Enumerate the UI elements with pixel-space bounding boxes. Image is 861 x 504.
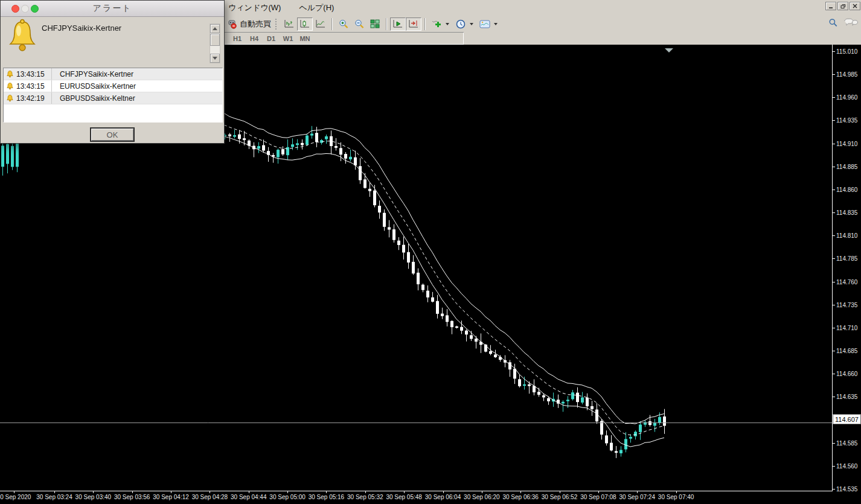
chat-icon[interactable] (843, 18, 861, 28)
close-traffic-light[interactable] (11, 5, 19, 13)
zoom-traffic-light[interactable] (31, 5, 39, 13)
tf-button-h1[interactable]: H1 (230, 35, 245, 42)
scrollbar-thumb[interactable] (210, 34, 220, 46)
chart-shift-marker-icon[interactable] (665, 48, 673, 53)
alert-message: EURUSDSaikix-Kertner (52, 82, 136, 91)
price-axis-tick (832, 51, 835, 52)
close-icon (853, 4, 857, 8)
toolbar-grip[interactable] (275, 19, 279, 30)
tile-windows-icon (370, 19, 380, 28)
price-axis-tick (832, 489, 835, 490)
tf-button-d1[interactable]: D1 (264, 35, 278, 42)
chevron-down-icon[interactable] (470, 23, 473, 25)
time-axis-tick (171, 491, 171, 493)
alert-dialog: アラート CHFJPYSaikix-Kertner 13:43:15 (0, 0, 225, 144)
time-axis-tick (443, 491, 444, 493)
price-axis-label: 114.560 (836, 463, 857, 470)
chevron-down-icon[interactable] (494, 23, 498, 25)
alert-dialog-titlebar[interactable]: アラート (1, 1, 224, 17)
chart-shift-button[interactable] (406, 18, 421, 31)
templates-button[interactable] (477, 18, 500, 31)
tf-button-w1[interactable]: W1 (281, 35, 295, 42)
close-button[interactable] (850, 2, 860, 10)
scroll-down-button[interactable] (210, 54, 220, 63)
minimize-traffic-light[interactable] (21, 5, 29, 13)
zoom-out-button[interactable] (351, 18, 367, 31)
time-axis-tick (520, 491, 521, 493)
price-axis-label: 114.960 (836, 94, 857, 101)
arrow-down-icon (213, 57, 217, 60)
price-axis-label: 114.660 (836, 371, 857, 377)
alert-time: 13:43:15 (16, 70, 45, 78)
mt4-application-window: ウィンドウ(W) ヘルプ(H) 自動売買 (0, 0, 861, 504)
price-axis-tick (832, 443, 835, 444)
time-axis-label: 30 Sep 03:40 (75, 494, 112, 500)
time-axis-tick (560, 491, 560, 493)
scroll-up-button[interactable] (210, 24, 220, 33)
alert-list-row[interactable]: 13:43:15 CHFJPYSaikix-Kertner (4, 68, 222, 80)
price-axis-label: 114.810 (836, 232, 857, 239)
time-axis-tick (365, 491, 366, 493)
alert-headline: CHFJPYSaikix-Kertner (42, 24, 121, 33)
time-axis-label: 30 Sep 07:24 (619, 494, 656, 500)
candlestick-chart-button[interactable] (297, 18, 313, 31)
alert-list-row[interactable]: 13:42:19 GBPUSDSaikix-Keltner (4, 92, 222, 104)
periods-button[interactable] (453, 18, 476, 31)
tf-button-mn[interactable]: MN (298, 35, 312, 42)
price-axis-tick (832, 167, 835, 167)
restore-button[interactable] (837, 2, 848, 10)
time-axis-tick (326, 491, 327, 493)
time-axis-label: 30 Sep 07:08 (580, 494, 616, 500)
price-axis-tick (832, 212, 835, 213)
price-axis-label: 114.885 (836, 164, 857, 170)
price-axis-tick (832, 74, 835, 75)
bar-chart-button[interactable] (281, 18, 297, 31)
price-axis-label: 114.760 (836, 279, 857, 285)
ok-button[interactable]: OK (90, 127, 135, 142)
current-price-label: 114.607 (833, 414, 861, 424)
line-chart-button[interactable] (313, 18, 328, 31)
price-axis-label: 114.910 (836, 141, 857, 147)
traffic-lights (11, 5, 39, 13)
minimize-icon (828, 4, 833, 8)
time-axis-label: 30 Sep 2020 (0, 494, 31, 500)
alert-bell-icon (8, 19, 37, 54)
time-axis-label: 30 Sep 03:24 (36, 494, 72, 500)
price-axis-label: 114.635 (836, 394, 857, 400)
tf-button-h4[interactable]: H4 (247, 35, 261, 42)
time-axis-label: 30 Sep 06:20 (464, 494, 500, 500)
dialog-scrollbar[interactable] (210, 24, 220, 63)
menu-window[interactable]: ウィンドウ(W) (228, 2, 281, 13)
price-axis-tick (832, 120, 835, 121)
indicators-button[interactable] (429, 18, 452, 31)
zoom-in-button[interactable] (336, 18, 351, 31)
chevron-down-icon[interactable] (446, 23, 449, 25)
minimize-button[interactable] (825, 2, 836, 10)
price-axis-label: 114.835 (836, 209, 857, 216)
time-axis-label: 30 Sep 04:28 (192, 494, 228, 500)
autotrade-button[interactable]: 自動売買 (224, 18, 274, 31)
search-icon[interactable] (828, 18, 838, 28)
bell-icon (7, 94, 13, 102)
alert-message: CHFJPYSaikix-Kertner (52, 70, 133, 78)
time-axis-label: 30 Sep 04:12 (153, 494, 189, 500)
price-axis-tick (832, 466, 835, 467)
alert-list-row[interactable]: 13:43:15 EURUSDSaikix-Kertner (4, 80, 222, 92)
price-axis-label: 114.785 (836, 255, 857, 262)
time-axis-tick (210, 491, 210, 493)
menu-help[interactable]: ヘルプ(H) (299, 2, 334, 13)
alert-time: 13:43:15 (16, 82, 45, 91)
tile-windows-button[interactable] (367, 18, 383, 31)
bell-icon (7, 70, 13, 78)
price-axis-label: 114.710 (836, 325, 857, 331)
auto-scroll-button[interactable] (390, 18, 406, 31)
price-axis-label: 114.985 (836, 71, 857, 78)
toolbar-right-icons (828, 18, 861, 28)
timeframe-panel: H1 H4 D1 W1 MN (224, 32, 464, 45)
price-axis-label: 114.585 (836, 440, 857, 447)
time-axis-tick (54, 491, 55, 493)
autotrade-label: 自動売買 (240, 19, 271, 30)
price-axis-label: 115.010 (836, 48, 857, 55)
alert-message: GBPUSDSaikix-Keltner (52, 94, 135, 103)
toolbar-separator (386, 18, 387, 30)
